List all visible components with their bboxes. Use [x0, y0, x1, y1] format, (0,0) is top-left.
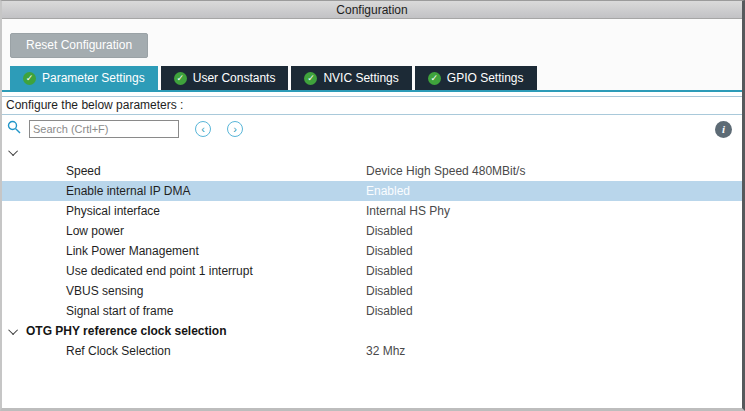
param-name: Use dedicated end point 1 interrupt — [2, 264, 366, 278]
tab-label: User Constants — [193, 66, 276, 90]
param-row-dedicated-endpoint-interrupt[interactable]: Use dedicated end point 1 interrupt Disa… — [2, 261, 742, 281]
check-icon: ✓ — [23, 72, 36, 85]
tab-gpio-settings[interactable]: ✓ GPIO Settings — [415, 66, 537, 90]
tab-strip: ✓ Parameter Settings ✓ User Constants ✓ … — [2, 66, 742, 92]
next-result-button[interactable]: › — [227, 121, 243, 137]
group-label: OTG PHY reference clock selection — [26, 324, 227, 338]
param-value[interactable]: Internal HS Phy — [366, 204, 742, 218]
param-name: Physical interface — [2, 204, 366, 218]
tab-label: Parameter Settings — [42, 66, 145, 90]
reset-configuration-button[interactable]: Reset Configuration — [10, 33, 148, 58]
param-row-signal-start-of-frame[interactable]: Signal start of frame Disabled — [2, 301, 742, 321]
param-value[interactable]: Disabled — [366, 304, 742, 318]
param-value[interactable]: Enabled — [366, 184, 742, 198]
param-value[interactable]: Device High Speed 480MBit/s — [366, 164, 742, 178]
param-name: Ref Clock Selection — [2, 344, 366, 358]
tab-label: NVIC Settings — [323, 66, 398, 90]
param-name: Enable internal IP DMA — [2, 184, 366, 198]
check-icon: ✓ — [174, 72, 187, 85]
tab-nvic-settings[interactable]: ✓ NVIC Settings — [291, 66, 411, 90]
param-row-low-power[interactable]: Low power Disabled — [2, 221, 742, 241]
param-value[interactable]: 32 Mhz — [366, 344, 742, 358]
chevron-down-icon[interactable] — [8, 146, 18, 156]
param-row-vbus-sensing[interactable]: VBUS sensing Disabled — [2, 281, 742, 301]
param-name: Link Power Management — [2, 244, 366, 258]
check-icon: ✓ — [304, 72, 317, 85]
search-input[interactable] — [29, 120, 179, 138]
param-name: VBUS sensing — [2, 284, 366, 298]
param-name: Signal start of frame — [2, 304, 366, 318]
tab-label: GPIO Settings — [447, 66, 524, 90]
info-icon[interactable]: i — [715, 121, 732, 138]
previous-result-button[interactable]: ‹ — [195, 121, 211, 137]
group-otg-phy-clock-row[interactable]: OTG PHY reference clock selection — [2, 321, 742, 341]
group-expander-row[interactable] — [2, 143, 742, 161]
configuration-window: Configuration Reset Configuration ✓ Para… — [0, 0, 745, 411]
chevron-down-icon[interactable] — [8, 325, 18, 335]
search-bar: ‹ › i — [2, 115, 742, 143]
param-value[interactable]: Disabled — [366, 284, 742, 298]
search-icon — [7, 120, 21, 138]
param-value[interactable]: Disabled — [366, 224, 742, 238]
param-name: Low power — [2, 224, 366, 238]
param-row-ref-clock-selection[interactable]: Ref Clock Selection 32 Mhz — [2, 341, 742, 361]
tab-parameter-settings[interactable]: ✓ Parameter Settings — [10, 66, 158, 90]
check-icon: ✓ — [428, 72, 441, 85]
param-value[interactable]: Disabled — [366, 264, 742, 278]
param-name: Speed — [2, 164, 366, 178]
parameter-tree: Speed Device High Speed 480MBit/s Enable… — [2, 143, 742, 408]
param-row-enable-internal-ip-dma[interactable]: Enable internal IP DMA Enabled — [2, 181, 742, 201]
param-row-link-power-management[interactable]: Link Power Management Disabled — [2, 241, 742, 261]
toolbar: Reset Configuration — [2, 19, 742, 66]
param-value[interactable]: Disabled — [366, 244, 742, 258]
param-row-speed[interactable]: Speed Device High Speed 480MBit/s — [2, 161, 742, 181]
tab-user-constants[interactable]: ✓ User Constants — [161, 66, 289, 90]
section-header: Configure the below parameters : — [2, 96, 742, 115]
param-row-physical-interface[interactable]: Physical interface Internal HS Phy — [2, 201, 742, 221]
window-title: Configuration — [2, 1, 742, 19]
